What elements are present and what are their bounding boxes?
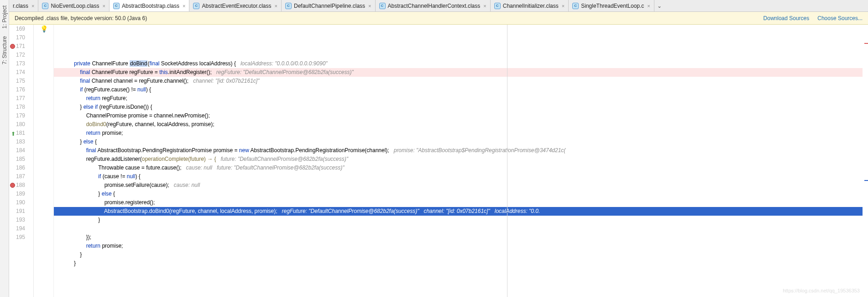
- fold-gutter: 💡: [34, 25, 54, 297]
- close-icon[interactable]: ×: [368, 3, 371, 9]
- editor-tab[interactable]: CDefaultChannelPipeline.class×: [282, 0, 376, 11]
- code-line[interactable]: doBind0(regFuture, channel, localAddress…: [54, 120, 868, 129]
- tab-label: AbstractEventExecutor.class: [202, 3, 271, 9]
- class-file-icon: C: [572, 3, 579, 9]
- tab-label: SingleThreadEventLoop.c: [581, 3, 644, 9]
- line-number[interactable]: 195: [9, 233, 25, 242]
- code-line[interactable]: }: [54, 250, 868, 259]
- line-number[interactable]: 179: [9, 111, 25, 120]
- tab-label: AbstractBootstrap.class: [122, 3, 179, 9]
- code-line[interactable]: AbstractBootstrap.doBind0(regFuture, cha…: [54, 207, 868, 216]
- class-file-icon: C: [285, 3, 292, 9]
- editor-tab[interactable]: CNioEventLoop.class×: [38, 0, 110, 11]
- sidebar-tool-structure[interactable]: 7: Structure: [0, 32, 9, 68]
- code-line[interactable]: private ChannelFuture doBind(final Socke…: [54, 59, 868, 68]
- line-number[interactable]: 176: [9, 85, 25, 94]
- code-line[interactable]: } else if (regFuture.isDone()) {: [54, 103, 868, 111]
- code-line[interactable]: return regFuture;: [54, 94, 868, 103]
- class-file-icon: C: [379, 3, 386, 9]
- choose-sources-link[interactable]: Choose Sources...: [817, 15, 863, 21]
- line-number[interactable]: 177: [9, 94, 25, 103]
- line-number[interactable]: 180: [9, 120, 25, 129]
- line-number[interactable]: 175: [9, 77, 25, 85]
- code-line[interactable]: return promise;: [54, 242, 868, 250]
- editor-tab[interactable]: CSingleThreadEventLoop.c×: [569, 0, 654, 11]
- line-number[interactable]: 190: [9, 198, 25, 207]
- breakpoint-icon[interactable]: [10, 183, 15, 188]
- code-line[interactable]: if (cause != null) {: [54, 172, 868, 181]
- code-line[interactable]: Throwable cause = future.cause(); cause:…: [54, 164, 868, 172]
- code-line[interactable]: promise.setFailure(cause); cause: null: [54, 181, 868, 190]
- banner-text: Decompiled .class file, bytecode version…: [15, 15, 147, 21]
- code-line[interactable]: regFuture.addListener(operationComplete(…: [54, 155, 868, 164]
- code-area[interactable]: private ChannelFuture doBind(final Socke…: [54, 25, 868, 297]
- code-line[interactable]: } else {: [54, 190, 868, 198]
- download-sources-link[interactable]: Download Sources: [763, 15, 810, 21]
- code-line[interactable]: final AbstractBootstrap.PendingRegistrat…: [54, 146, 868, 155]
- close-icon[interactable]: ×: [562, 3, 565, 9]
- line-number[interactable]: 186: [9, 164, 25, 172]
- close-icon[interactable]: ×: [483, 3, 486, 9]
- class-file-icon: C: [193, 3, 199, 9]
- main-area: r.class×CNioEventLoop.class×CAbstractBoo…: [9, 0, 868, 297]
- line-number[interactable]: 172: [9, 51, 25, 59]
- watermark: https://blog.csdn.net/qq_19536353: [783, 286, 860, 295]
- class-file-icon: C: [42, 3, 48, 9]
- banner-links: Download Sources Choose Sources...: [763, 15, 863, 21]
- decompiled-banner: Decompiled .class file, bytecode version…: [9, 12, 868, 25]
- tab-label: r.class: [13, 3, 28, 9]
- breakpoint-icon[interactable]: [10, 44, 15, 49]
- line-number[interactable]: 174: [9, 68, 25, 77]
- tab-label: NioEventLoop.class: [51, 3, 99, 9]
- close-icon[interactable]: ×: [183, 3, 185, 9]
- line-number[interactable]: 187: [9, 172, 25, 181]
- line-number[interactable]: 191: [9, 207, 25, 216]
- editor-tab[interactable]: CAbstractChannelHandlerContext.class×: [376, 0, 491, 11]
- line-number[interactable]: 178: [9, 103, 25, 111]
- split-divider[interactable]: [507, 25, 507, 297]
- line-number[interactable]: 185: [9, 155, 25, 164]
- tabs-overflow-button[interactable]: ⌄: [654, 0, 664, 11]
- code-line[interactable]: final Channel channel = regFuture.channe…: [54, 77, 868, 85]
- editor-tab[interactable]: CAbstractEventExecutor.class×: [189, 0, 282, 11]
- return-arrow-icon: ⬆: [10, 130, 16, 135]
- line-number[interactable]: 173: [9, 59, 25, 68]
- code-line[interactable]: final ChannelFuture regFuture = this.ini…: [54, 68, 868, 77]
- code-line[interactable]: promise.registered();: [54, 198, 868, 207]
- line-number[interactable]: 194: [9, 224, 25, 233]
- close-icon[interactable]: ×: [275, 3, 277, 9]
- code-line[interactable]: }: [54, 216, 868, 224]
- editor-tab[interactable]: r.class×: [9, 0, 38, 11]
- stripe-mark[interactable]: [864, 180, 868, 181]
- code-editor[interactable]: ⬆ 16917017117217317417517617717817918018…: [9, 25, 868, 297]
- code-line[interactable]: } else {: [54, 138, 868, 146]
- line-number[interactable]: 184: [9, 146, 25, 155]
- tab-label: DefaultChannelPipeline.class: [294, 3, 365, 9]
- sidebar-tool-project[interactable]: 1: Project: [0, 2, 9, 32]
- intention-bulb-icon[interactable]: 💡: [40, 25, 48, 33]
- line-number[interactable]: 189: [9, 190, 25, 198]
- close-icon[interactable]: ×: [103, 3, 105, 9]
- close-icon[interactable]: ×: [31, 3, 34, 9]
- code-line[interactable]: if (regFuture.cause() != null) {: [54, 85, 868, 94]
- code-line[interactable]: return promise;: [54, 129, 868, 138]
- editor-tab[interactable]: CAbstractBootstrap.class×: [110, 0, 190, 12]
- class-file-icon: C: [113, 3, 120, 9]
- code-line[interactable]: [54, 224, 868, 233]
- tab-label: AbstractChannelHandlerContext.class: [388, 3, 481, 9]
- line-number[interactable]: 193: [9, 216, 25, 224]
- code-line[interactable]: }: [54, 259, 868, 268]
- tab-label: ChannelInitializer.class: [503, 3, 559, 9]
- stripe-mark[interactable]: [864, 43, 868, 44]
- editor-tabs: r.class×CNioEventLoop.class×CAbstractBoo…: [9, 0, 868, 12]
- code-line[interactable]: ChannelPromise promise = channel.newProm…: [54, 111, 868, 120]
- error-stripe[interactable]: [863, 25, 868, 297]
- close-icon[interactable]: ×: [647, 3, 650, 9]
- line-number[interactable]: 169: [9, 25, 25, 33]
- editor-tab[interactable]: CChannelInitializer.class×: [491, 0, 569, 11]
- class-file-icon: C: [494, 3, 501, 9]
- line-number[interactable]: 183: [9, 138, 25, 146]
- code-line[interactable]: });: [54, 233, 868, 242]
- code-line[interactable]: [54, 51, 868, 59]
- line-number[interactable]: 170: [9, 33, 25, 42]
